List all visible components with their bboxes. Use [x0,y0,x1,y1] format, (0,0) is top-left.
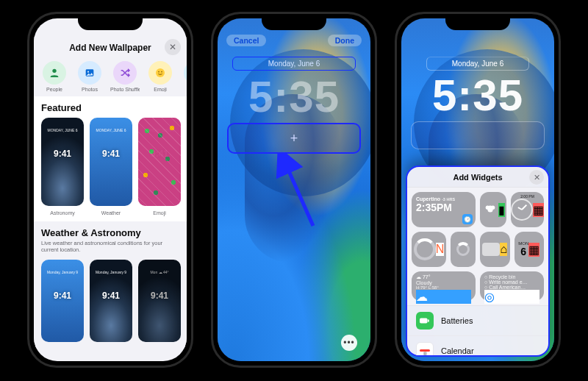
plus-icon: + [290,131,298,146]
widget-slot-empty[interactable] [411,121,545,149]
news-app-badge-icon: N [436,243,445,256]
reminders-app-badge-icon: ◎ [484,290,539,304]
screen-lock-editor: Cancel Done Monday, June 6 5:35 + ••• [218,18,370,361]
emoji-icon [148,61,172,85]
close-button[interactable]: ✕ [165,39,181,55]
lock-date: Monday, June 6 [426,57,529,71]
wallpaper-thumb[interactable]: Monday, January 9 9:41 [41,260,84,342]
category-photos[interactable]: Photos [75,61,104,92]
calendar-app-icon: ▥ [416,342,434,357]
widget-activity-ring[interactable]: N [412,232,446,267]
thumb-label: Emoji [138,210,181,216]
close-icon: ✕ [169,42,176,52]
airpods-icon [482,203,498,216]
svg-point-2 [87,71,89,73]
phone-lock-editor: Cancel Done Monday, June 6 5:35 + ••• [211,12,377,368]
widget-airpods-battery[interactable]: ▮ [480,192,506,227]
app-row-calendar[interactable]: ▥ Calendar [407,336,548,357]
sheet-header: Add New Wallpaper ✕ [34,36,187,60]
analog-clock-icon [511,199,533,221]
wallpaper-thumb[interactable]: Mon ☁ 44° 9:41 [138,260,181,342]
panel-title: Add Widgets [453,173,502,182]
svg-point-5 [161,71,162,73]
panel-close-button[interactable]: ✕ [529,170,544,185]
panel-header: Add Widgets ✕ [407,167,548,188]
weather-astronomy-thumbs[interactable]: Monday, January 9 9:41 Monday, January 9… [34,257,187,349]
svg-point-4 [158,71,159,73]
app-row-label: Calendar [441,346,474,355]
category-emoji[interactable]: Emoji [146,61,175,92]
category-label: People [46,87,62,92]
featured-thumbs[interactable]: MONDAY, JUNE 6 9:41 MONDAY, JUNE 6 9:41 … [34,116,187,209]
featured-labels: Astronomy Weather Emoji [34,209,187,221]
category-row[interactable]: People Photos Photo Shuffle [34,60,187,96]
add-widget-slot[interactable]: + [227,123,361,154]
ring-icon [456,243,470,256]
done-button[interactable]: Done [328,35,362,46]
home-icon [482,243,500,256]
close-icon: ✕ [534,173,540,182]
widget-home[interactable]: ⌂ [480,232,510,267]
svg-point-0 [52,69,56,73]
notch [78,14,143,30]
svg-rect-11 [420,318,428,324]
wallpaper-thumb[interactable]: Monday, January 9 9:41 [90,260,132,342]
wallpaper-thumb-weather[interactable]: MONDAY, JUNE 6 9:41 [90,118,132,206]
svg-line-7 [284,160,313,226]
section-heading: Weather & Astronomy [41,227,179,238]
battery-app-badge-icon: ▮ [498,203,505,217]
add-widgets-panel: Add Widgets ✕ Cupertino -3 HRS 2:35PM 🕑 [406,165,550,357]
svg-point-9 [485,206,489,210]
weather-app-badge-icon: ☁ [416,290,471,304]
calendar-app-badge-icon: ▦ [533,203,544,217]
cancel-button[interactable]: Cancel [226,35,266,46]
category-label: Emoji [154,87,167,92]
screen-widget-picker: Monday, June 6 5:35 Add Widgets ✕ Cupert… [401,18,554,361]
featured-heading: Featured [34,96,187,116]
category-label: Photos [82,87,98,92]
lock-time: 5:35 [401,70,554,121]
lock-time-editable[interactable]: 5:35 [218,71,370,122]
app-row-label: Batteries [441,316,473,325]
svg-rect-12 [428,319,429,322]
category-label: Photo Shuffle [110,87,140,92]
weather-icon [184,61,187,85]
widget-weather-wide[interactable]: ☁ 77° Cloudy H:79° L:58° ☁ [412,271,476,301]
widget-unknown-small[interactable] [451,232,476,267]
photos-icon [78,61,101,85]
widget-calendar-small[interactable]: MON 6 ▦ [514,232,545,267]
notch [262,14,326,30]
annotation-arrow-icon [273,152,325,233]
category-people[interactable]: People [40,61,69,92]
wallpaper-thumb-emoji[interactable]: MONDAY, JUNE 6 9:41 [138,118,181,206]
widget-clock-city[interactable]: Cupertino -3 HRS 2:35PM 🕑 [412,192,476,227]
widget-app-list[interactable]: Batteries ▥ Calendar [407,305,548,357]
widget-analog-clock[interactable]: 2:00 PM ▦ [511,192,544,227]
battery-app-icon [416,312,434,330]
section-sub: Live weather and astronomical conditions… [41,240,179,254]
app-row-batteries[interactable]: Batteries [407,306,548,336]
notch [445,14,510,30]
person-icon [43,61,66,85]
phone-widget-picker: Monday, June 6 5:35 Add Widgets ✕ Cupert… [395,12,561,368]
thumb-label: Weather [90,210,132,216]
screen-add-wallpaper: Add New Wallpaper ✕ People Photos [34,18,187,361]
sheet-title: Add New Wallpaper [69,43,151,53]
category-photo-shuffle[interactable]: Photo Shuffle [110,61,140,92]
activity-ring-icon [414,238,436,260]
shuffle-icon [113,61,137,85]
more-button[interactable]: ••• [341,335,357,351]
widget-reminders-wide[interactable]: ○ Recycle bin ○ Write nomad e… ○ Call Am… [480,271,544,301]
category-weather[interactable]: Weath [181,61,187,92]
ellipsis-icon: ••• [343,338,355,348]
home-app-badge-icon: ⌂ [500,243,507,256]
date-widget-slot[interactable]: Monday, June 6 [232,57,356,71]
svg-point-3 [156,68,165,77]
calendar-app-badge-icon: ▦ [528,243,539,257]
wallpaper-thumb-astronomy[interactable]: MONDAY, JUNE 6 9:41 [41,118,84,206]
weather-astronomy-section: Weather & Astronomy Live weather and ast… [34,221,187,257]
thumb-label: Astronomy [41,210,84,216]
svg-point-10 [490,206,494,210]
widget-suggestions-grid: Cupertino -3 HRS 2:35PM 🕑 ▮ 2:00 PM ▦ [407,188,548,305]
phone-add-wallpaper: Add New Wallpaper ✕ People Photos [27,12,193,368]
